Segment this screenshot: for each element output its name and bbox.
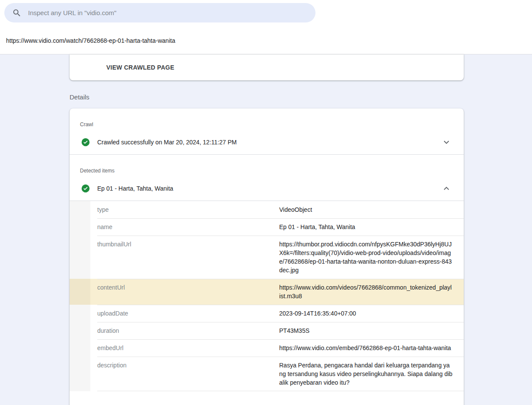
inspection-result-card: VIEW CRAWLED PAGE — [70, 54, 464, 80]
property-value: https://www.vidio.com/embed/7662868-ep-0… — [279, 344, 452, 352]
property-value: https://thumbor.prod.vidiocdn.com/nfpysK… — [279, 240, 452, 274]
inspected-url: https://www.vidio.com/watch/7662868-ep-0… — [6, 37, 175, 44]
crawl-status-row[interactable]: Crawled successfully on Mar 20, 2024, 12… — [70, 128, 464, 154]
search-row — [0, 0, 532, 27]
header: https://www.vidio.com/watch/7662868-ep-0… — [0, 0, 532, 54]
success-check-icon — [81, 138, 90, 147]
property-key: uploadDate — [97, 309, 279, 318]
property-value: Ep 01 - Harta, Tahta, Wanita — [279, 223, 452, 231]
detected-item-title: Ep 01 - Harta, Tahta, Wanita — [97, 185, 441, 192]
property-key: name — [97, 223, 279, 231]
view-crawled-page-button[interactable]: VIEW CRAWLED PAGE — [103, 61, 178, 74]
property-key: description — [97, 361, 279, 387]
detected-items-section-label: Detected items — [70, 155, 464, 174]
property-value: https://www.vidio.com/videos/7662868/com… — [279, 283, 452, 300]
property-row: name Ep 01 - Harta, Tahta, Wanita — [70, 218, 464, 236]
property-row: contentUrl https://www.vidio.com/videos/… — [70, 279, 464, 305]
properties-table: type VideoObject name Ep 01 - Harta, Tah… — [70, 201, 464, 391]
detected-item-row[interactable]: Ep 01 - Harta, Tahta, Wanita — [70, 174, 464, 201]
crawl-status-text: Crawled successfully on Mar 20, 2024, 12… — [97, 139, 441, 146]
search-input[interactable] — [28, 9, 308, 16]
property-row: type VideoObject — [70, 201, 464, 218]
property-value: Rasya Perdana, pengacara handal dari kel… — [279, 361, 452, 387]
chevron-up-icon[interactable] — [441, 183, 452, 194]
property-key: thumbnailUrl — [97, 240, 279, 274]
details-card: Crawl Crawled successfully on Mar 20, 20… — [70, 108, 464, 405]
property-key: duration — [97, 326, 279, 335]
chevron-down-icon[interactable] — [441, 137, 452, 147]
crawl-section: Crawl Crawled successfully on Mar 20, 20… — [70, 108, 464, 154]
property-row: uploadDate 2023-09-14T16:35:40+07:00 — [70, 305, 464, 322]
url-inspection-search-bar[interactable] — [4, 3, 315, 22]
property-key: contentUrl — [97, 283, 279, 300]
property-row: description Rasya Perdana, pengacara han… — [70, 357, 464, 391]
property-key: type — [97, 205, 279, 214]
details-heading: Details — [70, 93, 532, 101]
success-check-icon — [81, 184, 90, 193]
property-row: duration PT43M35S — [70, 322, 464, 339]
property-value: PT43M35S — [279, 326, 452, 335]
search-icon — [12, 8, 22, 18]
property-row: embedUrl https://www.vidio.com/embed/766… — [70, 339, 464, 357]
property-value: 2023-09-14T16:35:40+07:00 — [279, 309, 452, 318]
property-row: thumbnailUrl https://thumbor.prod.vidioc… — [70, 236, 464, 279]
content-area: VIEW CRAWLED PAGE Details Crawl Crawled … — [0, 54, 532, 405]
url-row: https://www.vidio.com/watch/7662868-ep-0… — [0, 27, 532, 54]
property-value: VideoObject — [279, 205, 452, 214]
detected-items-section: Detected items Ep 01 - Harta, Tahta, Wan… — [70, 155, 464, 201]
property-key: embedUrl — [97, 344, 279, 352]
crawl-section-label: Crawl — [70, 108, 464, 128]
